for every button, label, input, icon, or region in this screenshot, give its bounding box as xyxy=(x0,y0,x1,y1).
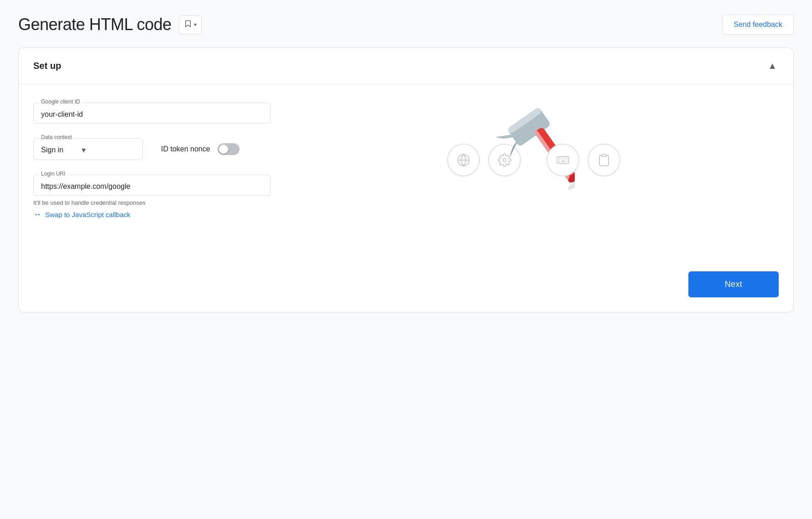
svg-rect-9 xyxy=(557,157,569,164)
globe-icon-circle xyxy=(447,144,480,176)
keyboard-icon xyxy=(556,153,570,167)
login-uri-input[interactable] xyxy=(41,182,263,191)
swap-to-js-link[interactable]: ↔ Swap to JavaScript callback xyxy=(33,210,130,219)
section-content: Google client ID Data context Sign in ▾ … xyxy=(19,84,793,271)
page-header: Generate HTML code ▾ Send feedback xyxy=(18,15,794,35)
next-button[interactable]: Next xyxy=(688,271,779,297)
swap-link-label: Swap to JavaScript callback xyxy=(45,211,130,218)
client-id-input[interactable] xyxy=(41,110,263,119)
chevron-up-icon: ▲ xyxy=(768,61,777,71)
svg-rect-17 xyxy=(602,155,606,157)
page-title: Generate HTML code xyxy=(18,15,172,34)
login-uri-label: Login URI xyxy=(39,171,67,177)
main-card: Set up ▲ Google client ID Data context S… xyxy=(18,47,794,312)
illustration-container xyxy=(438,103,630,249)
toggle-track[interactable] xyxy=(218,143,239,155)
footer-area: Next xyxy=(19,271,793,312)
login-uri-hint: It'll be used to handle credential respo… xyxy=(33,199,271,206)
data-context-field[interactable]: Data context Sign in ▾ Sign in Sign up S… xyxy=(33,138,143,160)
id-token-toggle-row: ID token nonce xyxy=(161,143,239,155)
id-token-label: ID token nonce xyxy=(161,145,210,153)
bookmark-button[interactable]: ▾ xyxy=(179,16,202,34)
section-title: Set up xyxy=(33,61,61,71)
send-feedback-button[interactable]: Send feedback xyxy=(722,15,794,35)
select-toggle-row: Data context Sign in ▾ Sign in Sign up S… xyxy=(33,138,271,160)
collapse-button[interactable]: ▲ xyxy=(766,59,779,73)
illustration-area xyxy=(289,103,779,249)
client-id-field: Google client ID xyxy=(33,103,271,124)
keyboard-icon-circle xyxy=(547,144,579,176)
toggle-thumb xyxy=(219,145,228,154)
clipboard-icon-circle xyxy=(588,144,620,176)
id-token-toggle[interactable] xyxy=(218,143,239,155)
bookmark-icon xyxy=(184,20,192,30)
login-uri-wrap: Login URI It'll be used to handle creden… xyxy=(33,175,271,219)
chevron-down-icon: ▾ xyxy=(194,21,197,28)
login-uri-field: Login URI xyxy=(33,175,271,196)
swap-icon: ↔ xyxy=(33,210,42,219)
client-id-label: Google client ID xyxy=(39,99,82,105)
section-header: Set up ▲ xyxy=(19,48,793,84)
clipboard-icon xyxy=(597,153,611,167)
page-title-area: Generate HTML code ▾ xyxy=(18,15,202,34)
form-area: Google client ID Data context Sign in ▾ … xyxy=(33,103,271,249)
globe-icon xyxy=(457,153,470,167)
